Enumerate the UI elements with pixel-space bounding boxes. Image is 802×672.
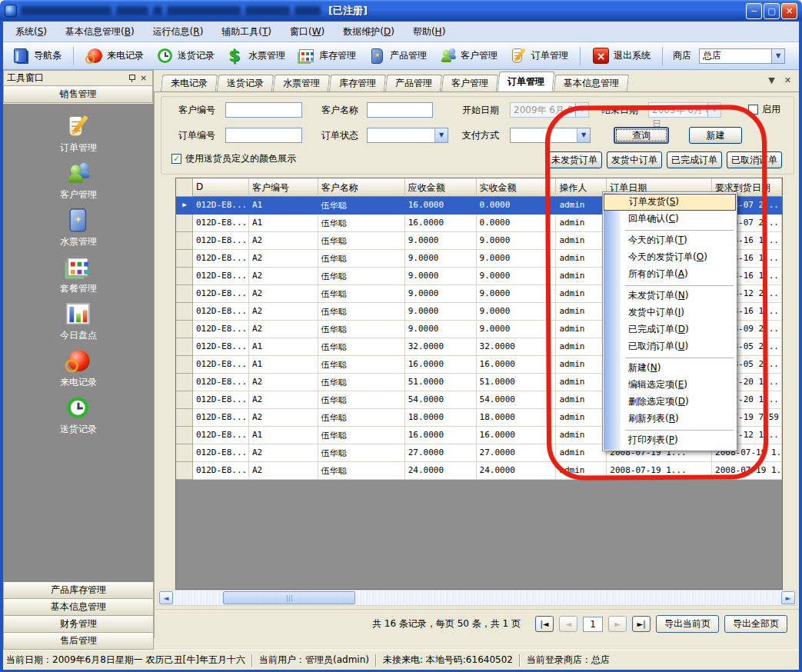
chevron-down-icon[interactable]: ▼ bbox=[577, 128, 590, 142]
cell-id[interactable]: 012D-E8... bbox=[193, 338, 249, 356]
export-all-pages-button[interactable]: 导出全部页 bbox=[724, 615, 787, 633]
menu-item-0[interactable]: 系统(S) bbox=[6, 22, 56, 42]
cell-id[interactable]: 012D-E8... bbox=[193, 250, 249, 268]
cell-customer_name[interactable]: 伍华聪 bbox=[318, 356, 405, 374]
cell-customer_no[interactable]: A1 bbox=[249, 427, 318, 444]
tab-订单管理[interactable]: 订单管理 bbox=[498, 72, 555, 91]
cell-id[interactable]: 012D-E8... bbox=[193, 356, 249, 374]
cell-customer_name[interactable]: 伍华聪 bbox=[318, 215, 405, 232]
page-number-input[interactable] bbox=[583, 617, 603, 632]
column-header-D[interactable]: D bbox=[193, 178, 249, 197]
cell-customer_name[interactable]: 伍华聪 bbox=[318, 250, 405, 268]
cell-customer_no[interactable]: A1 bbox=[249, 197, 318, 215]
menu-item-3[interactable]: 辅助工具(T) bbox=[212, 22, 281, 42]
status-filter-button-已取消订单[interactable]: 已取消订单 bbox=[727, 151, 782, 168]
column-header-操作人[interactable]: 操作人 bbox=[556, 178, 607, 197]
context-menu-item-4[interactable]: 今天的发货订单(O) bbox=[604, 249, 736, 266]
horizontal-scrollbar[interactable]: ◄ ► bbox=[158, 590, 797, 606]
scrollbar-thumb[interactable] bbox=[223, 591, 355, 604]
toolbar-button-2[interactable]: 送货记录 bbox=[151, 45, 219, 68]
chevron-down-icon[interactable]: ▼ bbox=[707, 103, 720, 117]
cell-customer_no[interactable]: A2 bbox=[249, 232, 318, 250]
minimize-button[interactable]: ─ bbox=[746, 3, 762, 19]
cell-receivable[interactable]: 9.0000 bbox=[405, 321, 477, 338]
close-button[interactable]: ✕ bbox=[781, 3, 797, 19]
cell-customer_no[interactable]: A2 bbox=[249, 250, 318, 268]
cell-id[interactable]: 012D-E8... bbox=[193, 215, 249, 232]
tab-产品管理[interactable]: 产品管理 bbox=[385, 75, 442, 91]
cell-id[interactable]: 012D-E8... bbox=[193, 409, 249, 427]
context-menu-item-1[interactable]: 回单确认(C) bbox=[604, 211, 736, 228]
menu-item-1[interactable]: 基本信息管理(B) bbox=[56, 22, 144, 42]
last-page-button[interactable]: ►| bbox=[632, 616, 651, 632]
status-filter-button-发货中订单[interactable]: 发货中订单 bbox=[607, 151, 662, 168]
cell-receivable[interactable]: 9.0000 bbox=[405, 303, 477, 321]
cell-customer_no[interactable]: A2 bbox=[249, 391, 318, 409]
cell-received[interactable]: 9.0000 bbox=[477, 321, 557, 338]
toolbar-button-6[interactable]: 客户管理 bbox=[434, 45, 502, 68]
start-date-picker[interactable]: 2009年 6月 8日▼ bbox=[510, 102, 589, 118]
cell-id[interactable]: 012D-E8... bbox=[193, 197, 249, 215]
cell-customer_no[interactable]: A2 bbox=[249, 303, 318, 321]
cell-id[interactable]: 012D-E8... bbox=[193, 462, 249, 480]
cell-received[interactable]: 9.0000 bbox=[477, 303, 557, 321]
context-menu-item-8[interactable]: 发货中订单(I) bbox=[604, 304, 736, 321]
menu-item-4[interactable]: 窗口(W) bbox=[281, 22, 334, 42]
sidebar-group-财务管理[interactable]: 财务管理 bbox=[3, 616, 154, 633]
tab-基本信息管理[interactable]: 基本信息管理 bbox=[554, 75, 629, 91]
cell-receivable[interactable]: 9.0000 bbox=[405, 250, 477, 268]
cell-received[interactable]: 16.0000 bbox=[477, 427, 557, 444]
status-filter-button-未发货订单[interactable]: 未发货订单 bbox=[547, 151, 602, 168]
cell-customer_no[interactable]: A2 bbox=[249, 409, 318, 427]
sidebar-group-sales[interactable]: 销售管理 bbox=[3, 86, 153, 103]
cell-customer_name[interactable]: 伍华聪 bbox=[318, 374, 405, 391]
order-no-input[interactable] bbox=[225, 128, 302, 143]
cell-received[interactable]: 9.0000 bbox=[477, 250, 557, 268]
column-header-应收金额[interactable]: 应收金额 bbox=[405, 178, 477, 197]
cell-customer_no[interactable]: A2 bbox=[249, 462, 318, 480]
cell-customer_name[interactable]: 伍华聪 bbox=[318, 338, 405, 356]
cell-operator[interactable]: admin bbox=[556, 250, 607, 268]
toolbar-button-4[interactable]: 库存管理 bbox=[293, 45, 361, 68]
toolbar-button-8[interactable]: ×退出系统 bbox=[587, 45, 655, 68]
cell-receivable[interactable]: 16.0000 bbox=[405, 197, 477, 215]
cell-customer_name[interactable]: 伍华聪 bbox=[318, 409, 405, 427]
toolbar-button-5[interactable]: 产品管理 bbox=[364, 45, 431, 68]
context-menu-item-13[interactable]: 编辑选定项(E) bbox=[604, 377, 736, 394]
column-header-客户编号[interactable]: 客户编号 bbox=[249, 178, 318, 197]
cell-customer_no[interactable]: A2 bbox=[249, 285, 318, 303]
cell-id[interactable]: 012D-E8... bbox=[193, 268, 249, 285]
cell-customer_no[interactable]: A1 bbox=[249, 338, 318, 356]
column-header-客户名称[interactable]: 客户名称 bbox=[318, 178, 405, 197]
cell-received[interactable]: 24.0000 bbox=[477, 462, 557, 480]
sidebar-item-套餐管理[interactable]: 套餐管理 bbox=[32, 258, 125, 295]
cell-customer_no[interactable]: A2 bbox=[249, 444, 318, 462]
payment-method-select[interactable]: ▼ bbox=[510, 128, 591, 143]
sidebar-item-订单管理[interactable]: 订单管理 bbox=[32, 118, 125, 155]
end-date-picker[interactable]: 2009年 6月 8日▼ bbox=[648, 102, 721, 118]
context-menu-item-14[interactable]: 删除选定项(D) bbox=[604, 394, 736, 411]
cell-receivable[interactable]: 9.0000 bbox=[405, 268, 477, 285]
prev-page-button[interactable]: ◄ bbox=[559, 616, 577, 632]
toolbar-button-3[interactable]: $水票管理 bbox=[222, 45, 290, 68]
new-button[interactable]: 新建 bbox=[689, 127, 742, 144]
cell-operator[interactable]: admin bbox=[556, 338, 607, 356]
cell-id[interactable]: 012D-E8... bbox=[193, 232, 249, 250]
cell-received[interactable]: 9.0000 bbox=[477, 285, 557, 303]
checkbox-icon[interactable] bbox=[748, 105, 758, 115]
cell-receivable[interactable]: 16.0000 bbox=[405, 356, 477, 374]
sidebar-group-基本信息管理[interactable]: 基本信息管理 bbox=[3, 599, 154, 616]
cell-id[interactable]: 012D-E8... bbox=[193, 303, 249, 321]
pin-icon[interactable] bbox=[126, 73, 138, 84]
context-menu-item-17[interactable]: 打印列表(P) bbox=[604, 432, 736, 449]
tab-来电记录[interactable]: 来电记录 bbox=[161, 75, 218, 91]
next-page-button[interactable]: ► bbox=[608, 616, 627, 632]
cell-id[interactable]: 012D-E8... bbox=[193, 391, 249, 409]
cell-receivable[interactable]: 16.0000 bbox=[405, 427, 477, 444]
menu-item-5[interactable]: 数据维护(D) bbox=[334, 22, 404, 42]
chevron-down-icon[interactable]: ▼ bbox=[434, 128, 448, 142]
tab-库存管理[interactable]: 库存管理 bbox=[329, 75, 386, 91]
cell-customer_name[interactable]: 伍华聪 bbox=[318, 462, 405, 480]
sidebar-item-送货记录[interactable]: 送货记录 bbox=[32, 399, 125, 436]
table-row[interactable]: 012D-E8...A2伍华聪24.000024.0000admin2008-0… bbox=[176, 462, 782, 480]
